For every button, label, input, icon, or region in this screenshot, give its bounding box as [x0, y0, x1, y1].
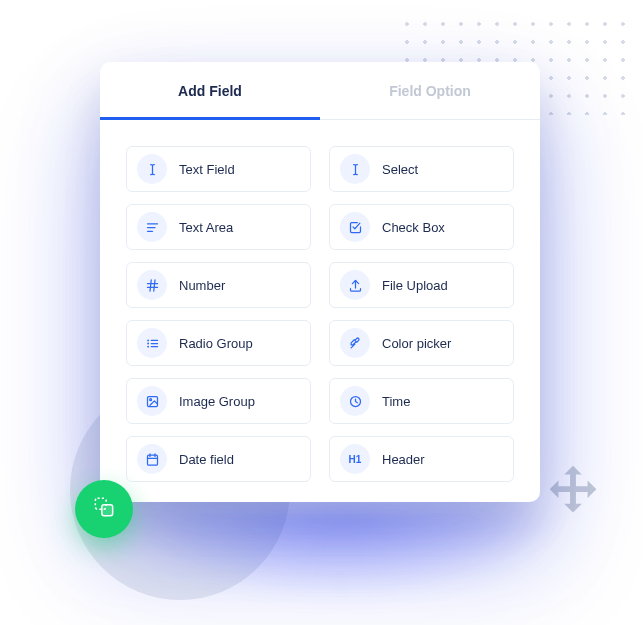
floating-action-button[interactable] [75, 480, 133, 538]
h1-icon: H1 [340, 444, 370, 474]
field-option-radio-group[interactable]: Radio Group [126, 320, 311, 366]
tab-add-field[interactable]: Add Field [100, 62, 320, 119]
svg-point-10 [147, 342, 149, 344]
field-option-check-box[interactable]: Check Box [329, 204, 514, 250]
field-option-label: Header [382, 452, 425, 467]
eyedropper-icon [340, 328, 370, 358]
shapes-icon [91, 494, 117, 524]
upload-icon [340, 270, 370, 300]
field-option-label: Color picker [382, 336, 451, 351]
field-option-label: Text Field [179, 162, 235, 177]
field-option-number[interactable]: Number [126, 262, 311, 308]
text-cursor-icon [340, 154, 370, 184]
image-icon [137, 386, 167, 416]
field-option-label: Select [382, 162, 418, 177]
field-option-text-field[interactable]: Text Field [126, 146, 311, 192]
svg-point-15 [149, 398, 151, 400]
tab-label: Add Field [178, 83, 242, 99]
field-option-select[interactable]: Select [329, 146, 514, 192]
field-option-header[interactable]: H1 Header [329, 436, 514, 482]
text-cursor-icon [137, 154, 167, 184]
field-option-label: Check Box [382, 220, 445, 235]
hash-icon [137, 270, 167, 300]
clock-icon [340, 386, 370, 416]
tabs: Add Field Field Option [100, 62, 540, 120]
svg-rect-14 [147, 396, 157, 406]
align-left-icon [137, 212, 167, 242]
field-option-label: Time [382, 394, 410, 409]
field-option-label: Text Area [179, 220, 233, 235]
field-option-label: File Upload [382, 278, 448, 293]
move-icon [538, 460, 608, 530]
field-option-color-picker[interactable]: Color picker [329, 320, 514, 366]
field-options-grid: Text Field Select Text Area Check Box Nu [100, 120, 540, 492]
tab-field-option[interactable]: Field Option [320, 62, 540, 119]
svg-point-12 [147, 345, 149, 347]
svg-rect-17 [147, 455, 157, 465]
field-option-label: Number [179, 278, 225, 293]
svg-rect-22 [102, 505, 113, 516]
calendar-icon [137, 444, 167, 474]
svg-line-5 [150, 279, 151, 290]
add-field-panel: Add Field Field Option Text Field Select… [100, 62, 540, 502]
field-option-time[interactable]: Time [329, 378, 514, 424]
list-icon [137, 328, 167, 358]
card-shadow [120, 510, 563, 600]
field-option-date-field[interactable]: Date field [126, 436, 311, 482]
field-option-file-upload[interactable]: File Upload [329, 262, 514, 308]
field-option-label: Radio Group [179, 336, 253, 351]
tab-label: Field Option [389, 83, 471, 99]
field-option-label: Date field [179, 452, 234, 467]
svg-point-8 [147, 339, 149, 341]
checkbox-icon [340, 212, 370, 242]
field-option-text-area[interactable]: Text Area [126, 204, 311, 250]
svg-line-6 [153, 279, 154, 290]
field-option-label: Image Group [179, 394, 255, 409]
field-option-image-group[interactable]: Image Group [126, 378, 311, 424]
